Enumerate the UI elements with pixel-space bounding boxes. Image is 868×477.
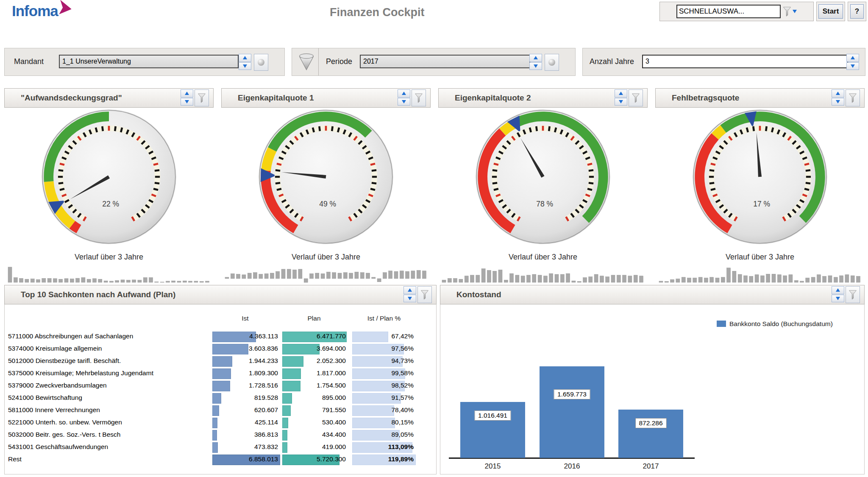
arrow-up-icon [851, 56, 855, 59]
spin-down-button[interactable] [615, 98, 627, 106]
gauge-value-label: 78 % [536, 200, 553, 208]
top10-title: Top 10 Sachkonten nach Aufwand (Plan) [21, 290, 403, 299]
arrow-up-icon [185, 92, 189, 95]
divider [318, 48, 319, 75]
gauge-spinner [181, 89, 193, 106]
ist-value: 425.114 [212, 418, 278, 426]
spin-up-button[interactable] [181, 89, 193, 98]
table-row: Rest 6.858.013 5.720.300 119,89% [5, 453, 436, 466]
spin-down-button[interactable] [181, 98, 193, 106]
column-header-plan: Plan [282, 315, 346, 322]
top10-panel-header: Top 10 Sachkonten nach Aufwand (Plan) [4, 285, 437, 304]
arrow-down-icon [243, 64, 247, 68]
top10-filter-button[interactable] [417, 286, 432, 303]
gauge-spinner [832, 89, 844, 106]
gauge-filter-button[interactable] [195, 89, 209, 106]
bar-value-label: 1.659.773 [554, 389, 590, 399]
funnel-icon [632, 93, 640, 103]
table-row: 5811000 Innere Verrechnungen 620.607 791… [5, 404, 436, 416]
spin-down-button[interactable] [529, 62, 542, 70]
start-button-group: Start [816, 2, 845, 21]
spin-up-button[interactable] [846, 54, 859, 62]
bar-value-label: 872.286 [635, 418, 666, 428]
ratio-value: 67,42% [352, 332, 414, 340]
arrow-up-icon [243, 56, 247, 59]
arrow-down-icon [402, 100, 406, 103]
column-header-ist: Ist [212, 315, 278, 322]
ist-value: 1.728.516 [212, 382, 278, 389]
ist-value: 386.813 [212, 431, 278, 438]
mandant-filter-button[interactable] [254, 54, 268, 71]
trend-label: Verlauf über 3 Jahre [655, 253, 865, 262]
arrow-down-icon [836, 297, 840, 300]
gauge-dial: 49 % [256, 107, 396, 247]
spin-down-button[interactable] [403, 295, 416, 303]
ist-value: 4.363.113 [212, 332, 278, 340]
spin-up-button[interactable] [615, 89, 627, 98]
spin-down-button[interactable] [239, 62, 251, 70]
periode-spinner [529, 54, 542, 70]
filter-ball-icon [548, 59, 555, 66]
account-label: 5374000 Kreisumlage allgemein [8, 345, 102, 352]
gauge-dial: 17 % [690, 107, 830, 247]
gauge-panel-header: Eigenkapitalquote 1 [221, 88, 431, 108]
arrow-up-icon [534, 56, 538, 59]
spin-up-button[interactable] [239, 54, 251, 62]
periode-filter-button[interactable] [545, 54, 559, 71]
gauge-panel-header: Fehlbetragsquote [655, 88, 865, 108]
finanzen-cockpit-window: Infoma Finanzen Cockpit Start ? Mandant [0, 0, 868, 477]
spin-up-button[interactable] [398, 89, 410, 98]
start-button[interactable]: Start [818, 4, 843, 19]
help-button-group: ? [848, 2, 866, 21]
ratio-value: 98,52% [352, 382, 414, 389]
arrow-up-icon [836, 92, 840, 95]
kontostand-filter-button[interactable] [846, 286, 860, 303]
gauge-title: Eigenkapitalquote 1 [238, 93, 398, 103]
ist-value: 3.603.836 [212, 345, 278, 352]
gauge-filter-button[interactable] [412, 89, 426, 106]
ratio-value: 119,89% [352, 455, 414, 463]
ist-value: 819.528 [212, 394, 278, 402]
quick-select-group [659, 2, 814, 21]
gauge-spinner [398, 89, 410, 106]
funnel-icon [849, 93, 857, 103]
gauge-title: Fehlbetragsquote [672, 93, 832, 103]
help-button[interactable]: ? [850, 4, 864, 19]
account-label: 5711000 Abschreibungen auf Sachanlagen [8, 332, 133, 340]
spin-down-button[interactable] [846, 62, 859, 70]
table-row: 5379000 Zweckverbandsumlagen 1.728.516 1… [5, 379, 436, 392]
anzahl-jahre-input[interactable] [642, 55, 848, 68]
mandant-filter-section: Mandant [4, 48, 285, 76]
mandant-input[interactable] [59, 55, 239, 68]
quick-select-filter-button[interactable] [782, 6, 797, 17]
arrow-down-icon [793, 10, 797, 13]
ist-value: 620.607 [212, 406, 278, 414]
anzahl-jahre-spinner [846, 54, 859, 70]
plan-value: 1.754.500 [282, 382, 346, 389]
spin-up-button[interactable] [529, 54, 542, 62]
quick-select-input[interactable] [676, 5, 781, 18]
gauge-value-label: 17 % [753, 200, 770, 208]
gauge-filter-button[interactable] [846, 89, 860, 106]
spin-down-button[interactable] [398, 98, 410, 106]
account-label: 5811000 Innere Verrechnungen [8, 406, 100, 414]
account-label: 5012000 Dienstbezüge tarifl. Beschäft. [8, 357, 121, 365]
plan-value: 3.694.000 [282, 345, 346, 352]
filter-ball-icon [258, 59, 264, 66]
spin-up-button[interactable] [403, 286, 416, 294]
gauge-dial: 78 % [473, 107, 613, 247]
spin-down-button[interactable] [832, 295, 844, 303]
funnel-icon [782, 6, 792, 17]
spin-down-button[interactable] [832, 98, 844, 106]
ist-value: 1.944.233 [212, 357, 278, 365]
app-logo: Infoma [12, 3, 72, 20]
logo-text: Infoma [12, 3, 58, 20]
legend-label: Bankkonto Saldo (Buchungsdatum) [729, 320, 833, 328]
gauge-value-label: 22 % [102, 200, 119, 208]
anzahl-jahre-filter-section: Anzahl Jahre [582, 48, 865, 76]
gauge-filter-button[interactable] [629, 89, 643, 106]
arrow-up-icon [619, 92, 623, 95]
periode-input[interactable] [360, 55, 530, 68]
spin-up-button[interactable] [832, 89, 844, 98]
spin-up-button[interactable] [832, 286, 844, 294]
